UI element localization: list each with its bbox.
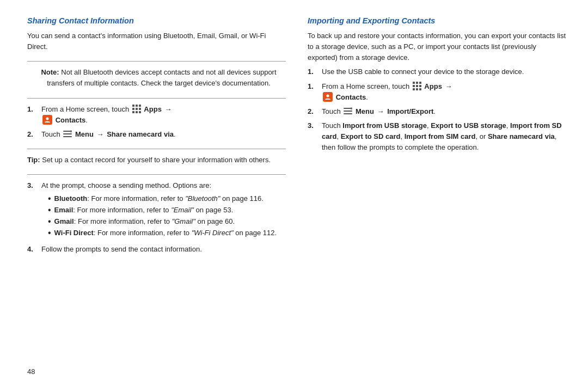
right-step-2-content: Touch Menu → Import/Export. <box>322 106 566 117</box>
svg-rect-25 <box>344 111 352 112</box>
svg-point-9 <box>46 118 49 120</box>
bullet-bluetooth: • Bluetooth: For more information, refer… <box>48 193 286 205</box>
step-2-content: Touch Menu → Share namecard via. <box>41 129 286 140</box>
svg-rect-16 <box>419 82 421 84</box>
step-4: 4. Follow the prompts to send the contac… <box>27 244 286 255</box>
svg-rect-3 <box>132 108 134 110</box>
bullet-dot-4: • <box>48 228 51 239</box>
menu-label-1: Menu <box>75 130 96 138</box>
svg-rect-17 <box>413 85 415 87</box>
step-2: 2. Touch Menu → Share namecard via. <box>27 129 286 140</box>
bullet-list: • Bluetooth: For more information, refer… <box>48 193 286 238</box>
right-step-1a: 1. Use the USB cable to connect your dev… <box>308 66 566 77</box>
svg-rect-22 <box>419 88 421 90</box>
arrow-1: → <box>164 105 171 113</box>
step-2-num: 2. <box>27 129 39 140</box>
right-column: Importing and Exporting Contacts To back… <box>308 16 566 376</box>
right-step-3-content: Touch Import from USB storage, Export to… <box>322 120 566 153</box>
tip-label: Tip: <box>27 156 40 164</box>
bullet-dot-2: • <box>48 205 51 216</box>
svg-rect-27 <box>351 107 352 110</box>
menu-label-right: Menu <box>356 107 376 115</box>
svg-rect-1 <box>136 105 138 107</box>
svg-rect-4 <box>136 108 138 110</box>
step-1-num: 1. <box>27 104 39 126</box>
svg-rect-26 <box>344 113 352 114</box>
svg-rect-2 <box>139 105 141 107</box>
page: Sharing Contact Information You can send… <box>0 0 588 392</box>
svg-rect-12 <box>63 136 72 137</box>
right-step-3-num: 3. <box>308 120 320 153</box>
apps-icon-right <box>413 82 421 90</box>
apps-label: Apps <box>144 105 163 113</box>
menu-icon-1 <box>63 130 72 138</box>
tip-text: Set up a contact record for yourself to … <box>42 156 271 164</box>
share-namecard-label: Share namecard via <box>107 130 174 138</box>
step-3-content: At the prompt, choose a sending method. … <box>41 180 286 241</box>
divider-2 <box>27 98 286 99</box>
step-4-num: 4. <box>27 244 39 255</box>
svg-rect-15 <box>416 82 418 84</box>
left-intro: You can send a contact's information usi… <box>27 30 286 52</box>
divider-3 <box>27 149 286 149</box>
bullet-email-text: Email: For more information, refer to "E… <box>54 205 234 216</box>
step-3: 3. At the prompt, choose a sending metho… <box>27 180 286 241</box>
right-step-list: 1. Use the USB cable to connect your dev… <box>308 66 566 156</box>
svg-rect-19 <box>419 85 421 87</box>
bullet-wifi-text: Wi-Fi Direct: For more information, refe… <box>54 228 277 239</box>
svg-rect-21 <box>416 88 418 90</box>
right-step-1b-num: 1. <box>308 81 320 103</box>
right-step-1b-pre: From a Home screen, touch <box>322 82 412 90</box>
apps-icon <box>132 105 141 113</box>
bullet-gmail-text: Gmail: For more information, refer to "G… <box>54 216 235 228</box>
page-number: 48 <box>27 362 286 376</box>
arrow-2: → <box>97 130 104 138</box>
arrow-right-2: → <box>377 107 384 115</box>
contacts-label: Contacts <box>56 116 86 124</box>
svg-rect-14 <box>413 82 415 84</box>
svg-rect-8 <box>139 111 141 113</box>
bullet-email: • Email: For more information, refer to … <box>48 205 286 216</box>
right-step-1a-num: 1. <box>308 66 320 77</box>
left-column: Sharing Contact Information You can send… <box>27 16 286 376</box>
svg-rect-13 <box>70 130 72 133</box>
svg-rect-18 <box>416 85 418 87</box>
right-step-2: 2. Touch Menu → Import/Export. <box>308 106 566 117</box>
right-step-3: 3. Touch Import from USB storage, Export… <box>308 120 566 153</box>
right-step-2-pre: Touch <box>322 107 342 115</box>
left-section-title: Sharing Contact Information <box>27 16 286 25</box>
svg-rect-20 <box>413 88 415 90</box>
right-step-1b-content: From a Home screen, touch <box>322 81 566 103</box>
right-intro: To back up and restore your contacts inf… <box>308 30 566 63</box>
note-text: Not all Bluetooth devices accept contact… <box>47 68 276 87</box>
svg-rect-0 <box>132 105 134 107</box>
svg-rect-7 <box>136 111 138 113</box>
svg-point-23 <box>327 95 329 97</box>
arrow-right-1: → <box>445 82 452 90</box>
step-3-num: 3. <box>27 180 39 241</box>
right-section-title: Importing and Exporting Contacts <box>308 16 566 25</box>
step-2-pre: Touch <box>41 130 62 138</box>
menu-icon-right <box>344 107 352 115</box>
step-3-intro: At the prompt, choose a sending method. … <box>41 181 211 189</box>
bullet-dot-3: • <box>48 216 51 228</box>
step-list-1: 1. From a Home screen, touch <box>27 104 286 143</box>
right-step-2-num: 2. <box>308 106 320 117</box>
step-1-pre: From a Home screen, touch <box>41 105 131 113</box>
bullet-gmail: • Gmail: For more information, refer to … <box>48 216 286 228</box>
contacts-icon <box>42 115 52 125</box>
note-label: Note: <box>41 68 59 76</box>
step-1: 1. From a Home screen, touch <box>27 104 286 126</box>
svg-rect-6 <box>132 111 134 113</box>
step-list-2: 3. At the prompt, choose a sending metho… <box>27 180 286 258</box>
svg-rect-11 <box>63 133 72 134</box>
bullet-dot-1: • <box>48 193 51 205</box>
bullet-wifi: • Wi-Fi Direct: For more information, re… <box>48 228 286 239</box>
contacts-icon-right <box>323 92 333 102</box>
apps-label-right: Apps <box>424 82 444 90</box>
step-4-content: Follow the prompts to send the contact i… <box>41 244 286 255</box>
right-step-1b: 1. From a Home screen, touch <box>308 81 566 103</box>
tip-block: Tip: Set up a contact record for yoursel… <box>27 155 286 166</box>
contacts-label-right: Contacts <box>336 93 366 101</box>
svg-rect-5 <box>139 108 141 110</box>
